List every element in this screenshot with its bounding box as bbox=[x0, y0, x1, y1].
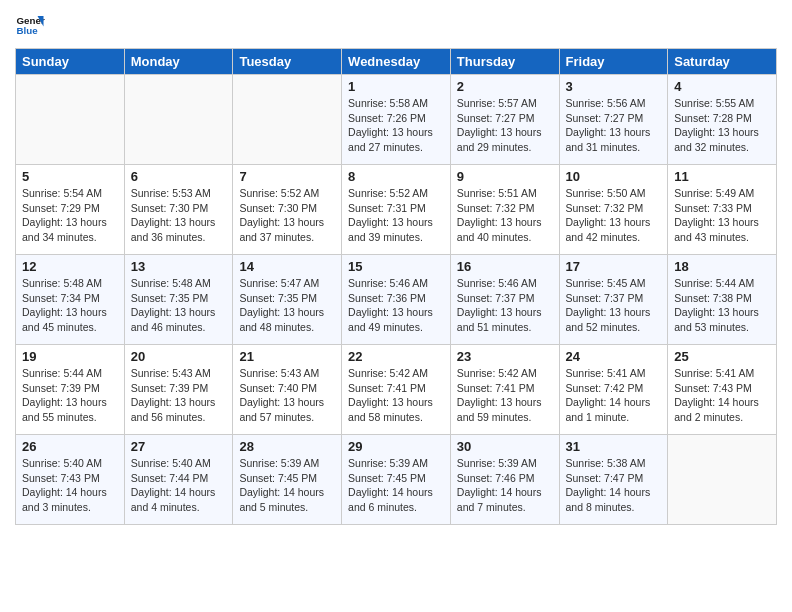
day-number: 23 bbox=[457, 349, 553, 364]
day-cell: 17 Sunrise: 5:45 AMSunset: 7:37 PMDaylig… bbox=[559, 255, 668, 345]
day-info: Sunrise: 5:41 AMSunset: 7:43 PMDaylight:… bbox=[674, 366, 770, 425]
day-info: Sunrise: 5:49 AMSunset: 7:33 PMDaylight:… bbox=[674, 186, 770, 245]
day-cell bbox=[16, 75, 125, 165]
day-number: 22 bbox=[348, 349, 444, 364]
day-number: 1 bbox=[348, 79, 444, 94]
day-info: Sunrise: 5:44 AMSunset: 7:39 PMDaylight:… bbox=[22, 366, 118, 425]
day-number: 16 bbox=[457, 259, 553, 274]
day-cell: 7 Sunrise: 5:52 AMSunset: 7:30 PMDayligh… bbox=[233, 165, 342, 255]
calendar-body: 1 Sunrise: 5:58 AMSunset: 7:26 PMDayligh… bbox=[16, 75, 777, 525]
day-cell: 13 Sunrise: 5:48 AMSunset: 7:35 PMDaylig… bbox=[124, 255, 233, 345]
day-info: Sunrise: 5:54 AMSunset: 7:29 PMDaylight:… bbox=[22, 186, 118, 245]
day-cell: 3 Sunrise: 5:56 AMSunset: 7:27 PMDayligh… bbox=[559, 75, 668, 165]
day-info: Sunrise: 5:47 AMSunset: 7:35 PMDaylight:… bbox=[239, 276, 335, 335]
day-info: Sunrise: 5:44 AMSunset: 7:38 PMDaylight:… bbox=[674, 276, 770, 335]
logo: General Blue bbox=[15, 10, 45, 40]
day-number: 8 bbox=[348, 169, 444, 184]
day-cell: 16 Sunrise: 5:46 AMSunset: 7:37 PMDaylig… bbox=[450, 255, 559, 345]
day-cell bbox=[233, 75, 342, 165]
day-info: Sunrise: 5:52 AMSunset: 7:30 PMDaylight:… bbox=[239, 186, 335, 245]
week-row-4: 19 Sunrise: 5:44 AMSunset: 7:39 PMDaylig… bbox=[16, 345, 777, 435]
day-cell: 11 Sunrise: 5:49 AMSunset: 7:33 PMDaylig… bbox=[668, 165, 777, 255]
week-row-3: 12 Sunrise: 5:48 AMSunset: 7:34 PMDaylig… bbox=[16, 255, 777, 345]
day-number: 25 bbox=[674, 349, 770, 364]
day-info: Sunrise: 5:57 AMSunset: 7:27 PMDaylight:… bbox=[457, 96, 553, 155]
day-cell: 4 Sunrise: 5:55 AMSunset: 7:28 PMDayligh… bbox=[668, 75, 777, 165]
day-info: Sunrise: 5:51 AMSunset: 7:32 PMDaylight:… bbox=[457, 186, 553, 245]
day-number: 27 bbox=[131, 439, 227, 454]
day-number: 13 bbox=[131, 259, 227, 274]
day-cell: 26 Sunrise: 5:40 AMSunset: 7:43 PMDaylig… bbox=[16, 435, 125, 525]
week-row-2: 5 Sunrise: 5:54 AMSunset: 7:29 PMDayligh… bbox=[16, 165, 777, 255]
day-cell: 28 Sunrise: 5:39 AMSunset: 7:45 PMDaylig… bbox=[233, 435, 342, 525]
column-header-thursday: Thursday bbox=[450, 49, 559, 75]
day-cell: 22 Sunrise: 5:42 AMSunset: 7:41 PMDaylig… bbox=[342, 345, 451, 435]
column-header-friday: Friday bbox=[559, 49, 668, 75]
column-header-saturday: Saturday bbox=[668, 49, 777, 75]
day-cell bbox=[668, 435, 777, 525]
day-info: Sunrise: 5:41 AMSunset: 7:42 PMDaylight:… bbox=[566, 366, 662, 425]
day-number: 10 bbox=[566, 169, 662, 184]
column-header-tuesday: Tuesday bbox=[233, 49, 342, 75]
day-number: 30 bbox=[457, 439, 553, 454]
day-info: Sunrise: 5:46 AMSunset: 7:37 PMDaylight:… bbox=[457, 276, 553, 335]
day-number: 21 bbox=[239, 349, 335, 364]
day-cell: 2 Sunrise: 5:57 AMSunset: 7:27 PMDayligh… bbox=[450, 75, 559, 165]
day-number: 31 bbox=[566, 439, 662, 454]
day-number: 19 bbox=[22, 349, 118, 364]
day-cell: 5 Sunrise: 5:54 AMSunset: 7:29 PMDayligh… bbox=[16, 165, 125, 255]
day-cell: 21 Sunrise: 5:43 AMSunset: 7:40 PMDaylig… bbox=[233, 345, 342, 435]
column-header-sunday: Sunday bbox=[16, 49, 125, 75]
day-number: 29 bbox=[348, 439, 444, 454]
day-cell: 31 Sunrise: 5:38 AMSunset: 7:47 PMDaylig… bbox=[559, 435, 668, 525]
calendar-header: SundayMondayTuesdayWednesdayThursdayFrid… bbox=[16, 49, 777, 75]
day-info: Sunrise: 5:48 AMSunset: 7:35 PMDaylight:… bbox=[131, 276, 227, 335]
day-info: Sunrise: 5:58 AMSunset: 7:26 PMDaylight:… bbox=[348, 96, 444, 155]
day-info: Sunrise: 5:39 AMSunset: 7:46 PMDaylight:… bbox=[457, 456, 553, 515]
column-header-wednesday: Wednesday bbox=[342, 49, 451, 75]
day-info: Sunrise: 5:39 AMSunset: 7:45 PMDaylight:… bbox=[239, 456, 335, 515]
day-info: Sunrise: 5:42 AMSunset: 7:41 PMDaylight:… bbox=[348, 366, 444, 425]
day-cell: 24 Sunrise: 5:41 AMSunset: 7:42 PMDaylig… bbox=[559, 345, 668, 435]
logo-icon: General Blue bbox=[15, 10, 45, 40]
day-info: Sunrise: 5:43 AMSunset: 7:39 PMDaylight:… bbox=[131, 366, 227, 425]
day-number: 5 bbox=[22, 169, 118, 184]
day-number: 6 bbox=[131, 169, 227, 184]
day-number: 14 bbox=[239, 259, 335, 274]
day-number: 9 bbox=[457, 169, 553, 184]
day-cell: 27 Sunrise: 5:40 AMSunset: 7:44 PMDaylig… bbox=[124, 435, 233, 525]
day-cell: 8 Sunrise: 5:52 AMSunset: 7:31 PMDayligh… bbox=[342, 165, 451, 255]
day-number: 2 bbox=[457, 79, 553, 94]
calendar-table: SundayMondayTuesdayWednesdayThursdayFrid… bbox=[15, 48, 777, 525]
page-header: General Blue bbox=[15, 10, 777, 40]
day-number: 11 bbox=[674, 169, 770, 184]
day-cell: 15 Sunrise: 5:46 AMSunset: 7:36 PMDaylig… bbox=[342, 255, 451, 345]
day-number: 20 bbox=[131, 349, 227, 364]
day-number: 28 bbox=[239, 439, 335, 454]
day-cell: 18 Sunrise: 5:44 AMSunset: 7:38 PMDaylig… bbox=[668, 255, 777, 345]
day-number: 26 bbox=[22, 439, 118, 454]
header-row: SundayMondayTuesdayWednesdayThursdayFrid… bbox=[16, 49, 777, 75]
week-row-5: 26 Sunrise: 5:40 AMSunset: 7:43 PMDaylig… bbox=[16, 435, 777, 525]
day-info: Sunrise: 5:42 AMSunset: 7:41 PMDaylight:… bbox=[457, 366, 553, 425]
day-info: Sunrise: 5:45 AMSunset: 7:37 PMDaylight:… bbox=[566, 276, 662, 335]
day-number: 17 bbox=[566, 259, 662, 274]
day-cell: 23 Sunrise: 5:42 AMSunset: 7:41 PMDaylig… bbox=[450, 345, 559, 435]
day-cell: 14 Sunrise: 5:47 AMSunset: 7:35 PMDaylig… bbox=[233, 255, 342, 345]
svg-text:Blue: Blue bbox=[17, 25, 39, 36]
day-info: Sunrise: 5:53 AMSunset: 7:30 PMDaylight:… bbox=[131, 186, 227, 245]
day-cell: 12 Sunrise: 5:48 AMSunset: 7:34 PMDaylig… bbox=[16, 255, 125, 345]
day-info: Sunrise: 5:39 AMSunset: 7:45 PMDaylight:… bbox=[348, 456, 444, 515]
day-info: Sunrise: 5:50 AMSunset: 7:32 PMDaylight:… bbox=[566, 186, 662, 245]
day-info: Sunrise: 5:43 AMSunset: 7:40 PMDaylight:… bbox=[239, 366, 335, 425]
day-number: 24 bbox=[566, 349, 662, 364]
day-number: 4 bbox=[674, 79, 770, 94]
week-row-1: 1 Sunrise: 5:58 AMSunset: 7:26 PMDayligh… bbox=[16, 75, 777, 165]
day-cell: 30 Sunrise: 5:39 AMSunset: 7:46 PMDaylig… bbox=[450, 435, 559, 525]
day-number: 3 bbox=[566, 79, 662, 94]
day-cell: 19 Sunrise: 5:44 AMSunset: 7:39 PMDaylig… bbox=[16, 345, 125, 435]
day-number: 7 bbox=[239, 169, 335, 184]
day-info: Sunrise: 5:55 AMSunset: 7:28 PMDaylight:… bbox=[674, 96, 770, 155]
day-cell: 6 Sunrise: 5:53 AMSunset: 7:30 PMDayligh… bbox=[124, 165, 233, 255]
day-info: Sunrise: 5:56 AMSunset: 7:27 PMDaylight:… bbox=[566, 96, 662, 155]
